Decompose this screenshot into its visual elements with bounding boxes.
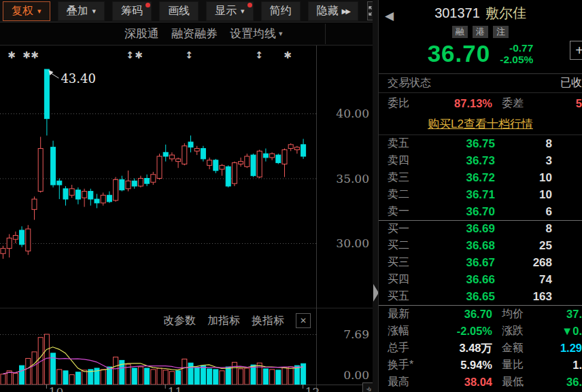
candle-body xyxy=(20,230,24,245)
candle-body xyxy=(32,199,37,209)
x-axis-label: 11 xyxy=(167,385,182,392)
quote-panel: ◀ 301371敷尔佳 融 港 注 36.70 -0.77 -2.05% + 交… xyxy=(378,0,582,392)
sell-2-row[interactable]: 卖二 36.71 10 xyxy=(379,186,582,203)
switch-indicator-button[interactable]: 换指标 xyxy=(252,314,284,328)
candle-body xyxy=(38,149,43,192)
candle-body xyxy=(7,238,12,248)
display-button[interactable]: 显示 ▾ xyxy=(206,1,254,21)
kline-chart[interactable]: 40.0035.0030.007.690.0010111243.40✱✱✱↕✱↕… xyxy=(0,0,378,392)
chips-button[interactable]: 筹码 xyxy=(112,1,152,21)
level-qty: 25 xyxy=(495,239,552,253)
stat-row: 总手 3.48万 金额 1.29 xyxy=(379,340,582,357)
candle-body xyxy=(57,181,62,185)
level-label: 卖一 xyxy=(388,204,427,219)
volume-bar xyxy=(188,363,193,385)
button-label: 简约 xyxy=(270,4,292,18)
draw-line-button[interactable]: 画线 xyxy=(159,1,199,21)
level-price: 36.65 xyxy=(427,290,495,304)
badge-margin: 融 xyxy=(452,26,468,38)
stat-label: 总手 xyxy=(388,341,427,355)
event-marker-icon[interactable]: ✱ xyxy=(22,50,31,60)
event-marker-icon[interactable]: ✱ xyxy=(284,50,292,60)
candle-body xyxy=(201,149,205,159)
change-params-button[interactable]: 改参数 xyxy=(163,314,196,328)
volume-bar xyxy=(132,368,137,385)
candle-body xyxy=(263,154,268,158)
event-marker-icon[interactable]: ↕ xyxy=(126,50,134,60)
chart-subtoolbar: 深股通 融资融券 设置均线 ▾ xyxy=(0,22,378,46)
candle-body xyxy=(220,165,224,169)
level-label: 买二 xyxy=(388,238,427,253)
y-axis-label: 35.00 xyxy=(336,172,369,185)
simple-mode-button[interactable]: 简约 xyxy=(261,1,301,21)
candle-body xyxy=(75,190,80,199)
level-label: 卖二 xyxy=(388,188,427,202)
level-label: 买一 xyxy=(388,222,427,236)
back-arrow-icon[interactable]: ◀ xyxy=(385,9,394,23)
buy-5-row[interactable]: 买五 36.65 163 xyxy=(379,288,582,305)
candle-body xyxy=(226,166,230,186)
overlay-button[interactable]: 叠加 ▾ xyxy=(58,1,105,21)
tab-label: 融资融券 xyxy=(171,26,218,41)
buy-3-row[interactable]: 买三 36.67 268 xyxy=(379,254,582,271)
candle-body xyxy=(95,199,99,203)
level-qty: 8 xyxy=(495,137,552,151)
sz-connect-tab[interactable]: 深股通 xyxy=(124,26,159,41)
level-qty: 6 xyxy=(495,205,552,219)
indicator-bar: 改参数 加指标 换指标 ✕ xyxy=(0,311,316,330)
close-icon: ✕ xyxy=(300,316,307,325)
volume-bar xyxy=(213,370,218,385)
y-axis-label: 40.00 xyxy=(336,107,369,120)
level-price: 36.67 xyxy=(427,256,495,270)
candle-body xyxy=(270,154,275,158)
level-price: 36.71 xyxy=(427,188,495,202)
price-change-pct: -2.05% xyxy=(500,54,533,65)
volume-bar xyxy=(239,369,243,385)
sell-5-row[interactable]: 卖五 36.75 8 xyxy=(379,135,582,152)
y-axis-label: 0.00 xyxy=(343,368,369,382)
restoration-button[interactable]: 复权 ▾ xyxy=(3,1,50,21)
candle-body xyxy=(188,142,193,147)
level-price: 36.68 xyxy=(427,239,495,253)
buy-4-row[interactable]: 买四 36.66 74 xyxy=(379,271,582,288)
hide-button[interactable]: 隐藏 ▶▶ xyxy=(308,1,358,21)
event-marker-icon[interactable]: ✱ xyxy=(135,50,143,60)
close-indicator-button[interactable]: ✕ xyxy=(296,313,311,328)
event-marker-icon[interactable]: ↕ xyxy=(255,50,263,60)
last-price: 36.70 xyxy=(428,40,491,67)
level-price: 36.75 xyxy=(427,137,495,151)
level-price: 36.73 xyxy=(427,154,495,168)
candle-body xyxy=(169,155,174,159)
trade-status-value: 已收 xyxy=(469,76,582,90)
candle-body xyxy=(288,145,293,149)
sell-1-row[interactable]: 卖一 36.70 6 xyxy=(379,203,582,220)
event-marker-icon[interactable]: ✱ xyxy=(7,50,16,60)
x-axis-label: 12 xyxy=(305,385,320,392)
candle-body xyxy=(138,179,143,186)
level-price: 36.69 xyxy=(427,222,495,236)
stat-value: 5.94% xyxy=(427,359,492,372)
level-label: 卖三 xyxy=(388,171,427,185)
add-to-watchlist-button[interactable]: + xyxy=(570,41,582,60)
sell-4-row[interactable]: 卖四 36.73 3 xyxy=(379,152,582,169)
buy-l2-link[interactable]: 购买L2查看十档行情 xyxy=(428,116,533,132)
event-marker-icon[interactable]: ✱ xyxy=(31,50,39,60)
margin-trading-tab[interactable]: 融资融券 xyxy=(171,26,218,41)
event-marker-icon[interactable]: ↕ xyxy=(185,50,193,60)
buy-2-row[interactable]: 买二 36.68 25 xyxy=(379,237,582,254)
level-label: 卖四 xyxy=(388,154,427,168)
candle-body xyxy=(101,195,105,202)
sell-3-row[interactable]: 卖三 36.72 10 xyxy=(379,169,582,186)
plus-icon: + xyxy=(575,43,582,58)
ma-settings-dropdown[interactable]: 设置均线 ▾ xyxy=(230,26,283,41)
level-qty: 8 xyxy=(495,222,552,236)
stat-value: 1.29 xyxy=(541,342,582,355)
level-label: 买五 xyxy=(388,289,427,304)
buy-1-row[interactable]: 买一 36.69 8 xyxy=(379,220,582,237)
stat-value: 1. xyxy=(541,359,582,372)
stat-value: 36. xyxy=(541,376,582,389)
trade-status-row: 交易状态 已收 xyxy=(379,73,582,93)
add-indicator-button[interactable]: 加指标 xyxy=(207,314,240,328)
volume-bar xyxy=(13,374,18,385)
stat-row: 最高 38.04 最低 36. xyxy=(379,374,582,391)
